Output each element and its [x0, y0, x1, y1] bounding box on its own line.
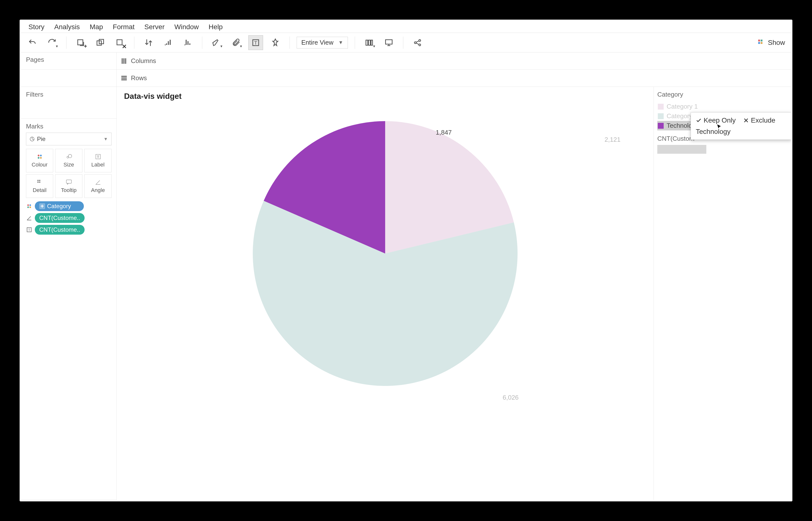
- svg-point-25: [38, 157, 39, 159]
- label-icon: T: [95, 153, 101, 160]
- menu-help[interactable]: Help: [209, 23, 223, 31]
- menu-format[interactable]: Format: [113, 23, 135, 31]
- legend-label: Category 1: [667, 103, 698, 110]
- svg-rect-21: [122, 77, 127, 78]
- columns-icon: [121, 58, 127, 65]
- mark-type-select[interactable]: Pie ▼: [26, 133, 112, 145]
- legend-item-category-1[interactable]: Category 1: [657, 102, 788, 111]
- show-cards-button[interactable]: ▾: [362, 35, 377, 50]
- colour-icon: [26, 203, 32, 209]
- svg-rect-16: [761, 42, 763, 44]
- presentation-button[interactable]: [381, 35, 396, 50]
- angle-icon: [26, 215, 32, 221]
- svg-text:T: T: [97, 155, 99, 159]
- pill-cnt-label[interactable]: T CNT(Custome..: [26, 225, 112, 235]
- columns-label: Columns: [131, 57, 156, 65]
- legend-swatch: [658, 113, 664, 119]
- mark-angle[interactable]: Angle: [84, 174, 112, 198]
- sidebar: Filters Marks Pie ▼ Colour: [21, 87, 117, 500]
- share-button[interactable]: [410, 35, 425, 50]
- mark-colour[interactable]: Colour: [26, 149, 53, 172]
- legend-panel: Category Category 1Category 2Technology …: [654, 87, 791, 500]
- pill-category[interactable]: +Category: [26, 201, 112, 211]
- svg-rect-14: [761, 40, 763, 41]
- data-label: 1,847: [436, 129, 451, 136]
- menu-bar: Story Analysis Map Format Server Window …: [21, 21, 791, 33]
- pages-shelf[interactable]: Pages: [21, 52, 117, 70]
- menu-map[interactable]: Map: [90, 23, 103, 31]
- svg-point-23: [38, 155, 39, 156]
- angle-icon: [95, 179, 101, 186]
- pill-cnt-angle[interactable]: CNT(Custome..: [26, 213, 112, 223]
- fit-dropdown-label: Entire View: [301, 39, 333, 46]
- sort-asc-button[interactable]: [161, 35, 176, 50]
- svg-rect-6: [366, 40, 368, 45]
- menu-server[interactable]: Server: [144, 23, 164, 31]
- columns-shelf[interactable]: Columns: [117, 52, 791, 70]
- svg-point-26: [40, 157, 42, 159]
- svg-point-24: [40, 155, 42, 156]
- svg-rect-19: [125, 58, 126, 64]
- label-icon: T: [26, 227, 32, 233]
- swap-button[interactable]: [141, 35, 156, 50]
- toolbar: ▾ + ✕ ▾ ▾ T Entire View ▼ ▾ Show: [21, 33, 791, 52]
- marks-title: Marks: [26, 122, 112, 130]
- legend-swatch: [658, 104, 664, 110]
- keep-only-button[interactable]: Keep Only: [696, 116, 736, 124]
- pie-icon: [30, 137, 34, 141]
- new-worksheet-button[interactable]: +: [73, 35, 88, 50]
- viz-canvas[interactable]: Data-vis widget 2,1216,0261,847: [117, 87, 654, 500]
- svg-rect-35: [66, 180, 71, 183]
- showme-icon: [758, 39, 765, 46]
- menu-story[interactable]: Story: [28, 23, 44, 31]
- sort-desc-button[interactable]: [181, 35, 195, 50]
- filters-shelf[interactable]: Filters: [26, 91, 112, 98]
- mark-label[interactable]: T Label: [84, 149, 112, 172]
- attach-button[interactable]: ▾: [229, 35, 243, 50]
- svg-rect-7: [369, 40, 370, 45]
- sheet-title: Data-vis widget: [124, 92, 182, 101]
- legend-title: Category: [657, 91, 788, 98]
- data-label: 6,026: [503, 394, 518, 401]
- detail-icon: [36, 179, 43, 186]
- show-me-label: Show: [768, 39, 785, 47]
- data-label: 2,121: [605, 136, 621, 143]
- size-icon: [66, 153, 72, 160]
- svg-rect-18: [123, 58, 124, 64]
- svg-point-37: [29, 204, 31, 206]
- menu-analysis[interactable]: Analysis: [54, 23, 80, 31]
- pin-button[interactable]: [268, 35, 283, 50]
- legend-swatch: [658, 123, 664, 129]
- shelves: Pages Columns Rows: [21, 52, 791, 87]
- labels-button[interactable]: T: [248, 35, 263, 50]
- chevron-down-icon: ▼: [338, 40, 343, 45]
- svg-rect-3: [117, 40, 122, 45]
- svg-rect-31: [37, 180, 39, 181]
- svg-rect-22: [122, 79, 127, 80]
- svg-point-36: [27, 204, 29, 206]
- duplicate-button[interactable]: [93, 35, 108, 50]
- mark-detail[interactable]: Detail: [26, 174, 53, 198]
- exclude-button[interactable]: Exclude: [743, 116, 775, 124]
- pie-chart[interactable]: [248, 116, 523, 392]
- svg-point-38: [27, 206, 29, 208]
- mark-tooltip[interactable]: Tooltip: [55, 174, 83, 198]
- show-me-button[interactable]: Show: [758, 39, 787, 47]
- svg-rect-8: [371, 40, 372, 45]
- svg-rect-0: [78, 40, 83, 45]
- svg-rect-20: [122, 76, 127, 77]
- refresh-button[interactable]: ▾: [45, 35, 59, 50]
- svg-rect-13: [758, 40, 760, 41]
- rows-shelf[interactable]: Rows: [117, 70, 791, 87]
- undo-button[interactable]: [25, 35, 40, 50]
- check-icon: [696, 117, 702, 123]
- colour-icon: [36, 153, 43, 160]
- cnt-customer-bar: [657, 145, 706, 154]
- clear-button[interactable]: ✕: [113, 35, 127, 50]
- mark-size[interactable]: Size: [55, 149, 83, 172]
- tooltip-value: Technology: [696, 128, 786, 136]
- fit-dropdown[interactable]: Entire View ▼: [297, 37, 348, 48]
- highlight-button[interactable]: ▾: [209, 35, 224, 50]
- menu-window[interactable]: Window: [174, 23, 199, 31]
- svg-rect-33: [37, 182, 39, 183]
